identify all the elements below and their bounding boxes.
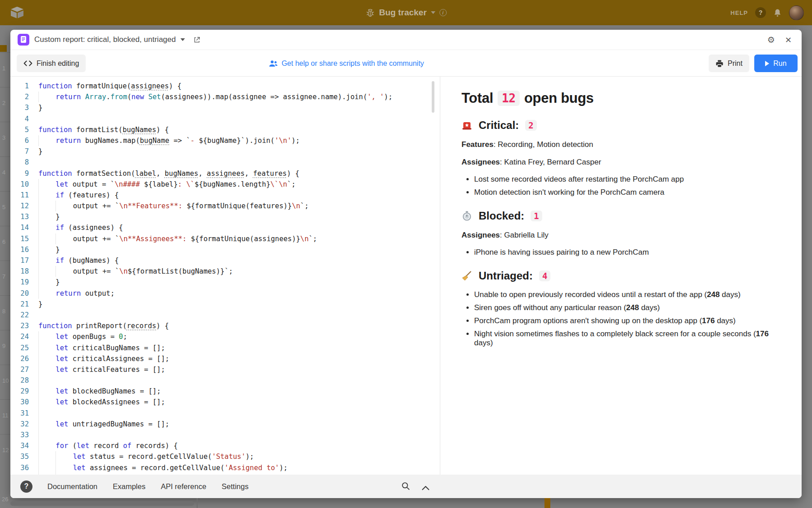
line-number: 16 <box>10 244 38 255</box>
chevron-down-icon <box>431 11 435 14</box>
backdrop-row-line <box>0 399 10 400</box>
extension-title[interactable]: Custom report: critical, blocked, untria… <box>34 35 176 44</box>
print-button[interactable]: Print <box>709 55 749 72</box>
code-line: 3} <box>10 102 440 113</box>
line-number: 22 <box>10 310 38 320</box>
expand-share-icon[interactable] <box>193 36 201 44</box>
section-label: Critical: <box>479 119 519 132</box>
link-settings[interactable]: Settings <box>221 482 249 491</box>
airtable-logo-icon[interactable] <box>10 6 24 19</box>
code-line: 27 let criticalFeatures = []; <box>10 364 440 375</box>
line-number: 30 <box>10 397 38 407</box>
code-line: 11 if (features) { <box>10 190 440 201</box>
code-line: 32 let untriagedBugNames = []; <box>10 419 440 430</box>
base-info-icon[interactable]: i <box>439 9 447 16</box>
line-number: 26 <box>10 353 38 364</box>
bell-icon[interactable] <box>773 8 782 18</box>
bug-icon <box>365 8 375 18</box>
report-title: Total 12 open bugs <box>461 90 783 106</box>
search-icon[interactable] <box>401 481 411 493</box>
report-section: Critical:2Features: Recording, Motion de… <box>461 119 783 197</box>
line-number: 4 <box>10 114 38 124</box>
link-api-reference[interactable]: API reference <box>161 482 206 491</box>
line-number: 12 <box>10 201 38 211</box>
line-number: 31 <box>10 408 38 419</box>
app-title: Bug tracker <box>379 8 427 18</box>
bug-item: iPhone is having issues pairing to a new… <box>474 248 783 257</box>
backdrop-orange-cell <box>0 45 7 52</box>
section-bullet-list: Lost some recorded videos after restarti… <box>466 175 783 197</box>
line-number: 17 <box>10 255 38 266</box>
line-number: 35 <box>10 451 38 462</box>
help-button[interactable]: HELP <box>730 9 748 16</box>
line-number: 23 <box>10 320 38 331</box>
line-number: 1 <box>10 81 38 92</box>
gear-icon[interactable]: ⚙ <box>767 36 775 44</box>
link-examples[interactable]: Examples <box>113 482 145 491</box>
alarm-icon <box>461 120 472 131</box>
base-title-group[interactable]: Bug tracker i <box>365 0 447 25</box>
top-bar: Bug tracker i HELP ? <box>0 0 812 25</box>
line-number: 3 <box>10 102 38 113</box>
bug-item: Night vision sometimes flashes to a comp… <box>474 330 783 348</box>
script-extension-icon <box>18 34 29 46</box>
line-number: 25 <box>10 343 38 353</box>
editor-toolbar: Finish editing Get help or share scripts… <box>10 50 802 77</box>
code-brackets-icon <box>23 60 32 67</box>
code-line: 34 for (let record of records) { <box>10 440 440 451</box>
report-output-panel[interactable]: Total 12 open bugs Critical:2Features: R… <box>440 77 802 475</box>
backdrop-row-number: 2 <box>2 100 5 106</box>
backdrop-row-line <box>0 330 10 330</box>
editor-scrollbar-thumb[interactable] <box>432 81 434 113</box>
backdrop-grid-strip: 123456789101112 <box>0 25 10 508</box>
report-title-pre: Total <box>461 90 493 106</box>
code-line: 8 <box>10 157 440 168</box>
line-number: 29 <box>10 386 38 397</box>
avatar[interactable] <box>789 5 804 20</box>
title-chevron-down-icon[interactable] <box>180 38 185 41</box>
backdrop-row-26: 26 <box>2 496 8 503</box>
section-meta: Assignees: Katina Frey, Bernard Casper <box>461 158 783 167</box>
bug-item: Siren goes off without any particular re… <box>474 303 783 312</box>
bottom-links: Documentation Examples API reference Set… <box>47 482 249 491</box>
backdrop-row-line <box>0 261 10 261</box>
code-line: 5function formatList(bugNames) { <box>10 124 440 135</box>
finish-editing-label: Finish editing <box>37 59 79 68</box>
code-line: 16 } <box>10 244 440 255</box>
total-count-badge: 12 <box>498 91 520 106</box>
code-line: 9function formatSection(label, bugNames,… <box>10 168 440 179</box>
line-number: 18 <box>10 266 38 277</box>
backdrop-row-line <box>0 365 10 365</box>
link-documentation[interactable]: Documentation <box>47 482 97 491</box>
stopwatch-icon <box>461 211 472 221</box>
printer-icon <box>715 59 724 68</box>
backdrop-row-line <box>0 295 10 296</box>
line-number: 10 <box>10 179 38 190</box>
people-icon <box>269 59 277 67</box>
play-icon <box>765 61 769 66</box>
line-number: 8 <box>10 157 38 168</box>
help-circle-icon[interactable]: ? <box>20 481 32 493</box>
code-line: 31 <box>10 408 440 419</box>
backdrop-row-line <box>0 434 10 435</box>
extension-header: Custom report: critical, blocked, untria… <box>10 30 802 50</box>
code-line: 24 let openBugs = 0; <box>10 331 440 342</box>
chevron-up-icon[interactable] <box>422 484 429 492</box>
backdrop-row-number: 10 <box>2 377 9 384</box>
line-number: 13 <box>10 211 38 222</box>
run-button[interactable]: Run <box>754 55 798 72</box>
code-line: 26 let criticalAssignees = []; <box>10 353 440 364</box>
question-circle-icon[interactable]: ? <box>755 7 766 18</box>
finish-editing-button[interactable]: Finish editing <box>17 55 86 72</box>
code-editor[interactable]: 1function formatUnique(assignees) {2 ret… <box>10 77 440 475</box>
backdrop-row-number: 8 <box>2 308 5 315</box>
backdrop-row-line <box>0 52 10 53</box>
bug-item: Lost some recorded videos after restarti… <box>474 175 783 184</box>
code-line: 21} <box>10 299 440 310</box>
code-line: 33 <box>10 430 440 440</box>
code-line: 25 let criticalBugNames = []; <box>10 343 440 353</box>
code-line: 29 let blockedBugNames = []; <box>10 386 440 397</box>
community-help-link[interactable]: Get help or share scripts with the commu… <box>269 50 424 77</box>
close-icon[interactable]: ✕ <box>785 36 792 44</box>
section-heading: Blocked:1 <box>461 210 783 222</box>
